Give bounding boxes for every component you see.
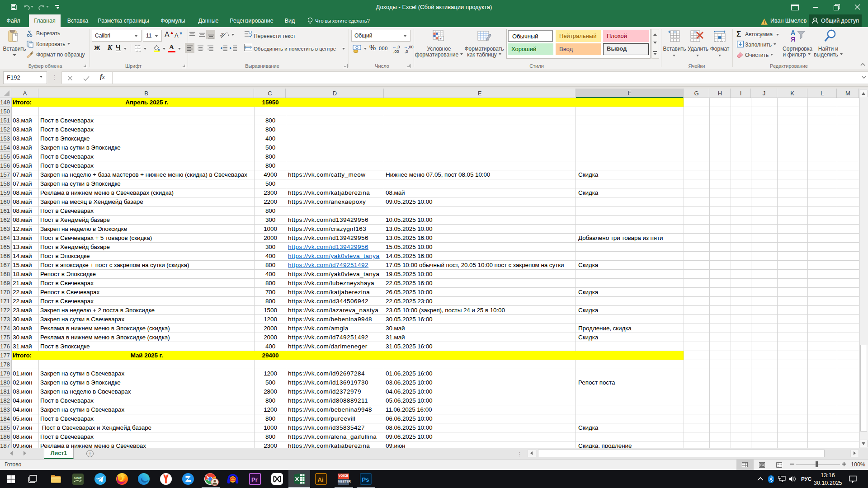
svg-text:Ai: Ai <box>318 476 324 483</box>
svg-text:≠: ≠ <box>439 36 442 41</box>
svg-text:Pr: Pr <box>251 476 258 483</box>
svg-text:ab: ab <box>220 31 226 38</box>
svg-text:Sein: Sein <box>74 476 81 480</box>
svg-text:Ps: Ps <box>362 476 369 483</box>
